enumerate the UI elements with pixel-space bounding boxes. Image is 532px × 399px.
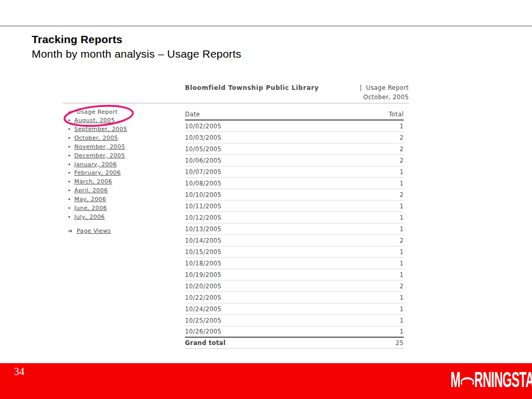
date-cell: 10/22/2005 [185, 294, 221, 301]
sidebar-month-link[interactable]: November, 2005 [74, 143, 125, 150]
sidebar-month-link[interactable]: June, 2006 [74, 205, 107, 211]
page-number: 34 [14, 366, 24, 378]
table-row: 10/18/2005 1 [185, 258, 404, 269]
total-cell: 1 [400, 180, 404, 187]
table-row: 10/14/2005 2 [185, 235, 404, 246]
bullet-icon: • [68, 125, 71, 134]
sidebar-month-link[interactable]: October, 2005 [74, 135, 118, 141]
table-row: 10/15/2005 1 [185, 246, 404, 258]
bullet-icon: • [68, 213, 71, 222]
report-sidebar: ➔ Usage Report •August, 2005 •September,… [68, 108, 177, 235]
library-name: Bloomfield Township Public Library [185, 84, 319, 91]
date-cell: 10/26/2005 [185, 328, 221, 335]
arrow-right-icon: ➔ [68, 108, 73, 116]
total-cell: 1 [400, 225, 404, 233]
total-cell: 1 [400, 328, 404, 335]
logo-text-suffix: RNINGSTAR [474, 367, 532, 392]
date-cell: 10/13/2005 [185, 225, 221, 233]
sidebar-item-usage-report[interactable]: ➔ Usage Report [68, 108, 177, 116]
morningstar-logo: MRNINGSTAR® [450, 369, 532, 395]
bullet-icon: • [68, 143, 71, 152]
total-cell: 1 [400, 203, 404, 210]
bullet-icon: • [68, 161, 71, 169]
bullet-icon: • [68, 169, 71, 178]
sidebar-month-item[interactable]: •November, 2005 [68, 143, 177, 152]
report-header: Bloomfield Township Public Library | Usa… [185, 84, 409, 101]
table-row: 10/19/2005 1 [185, 269, 404, 281]
bullet-icon: • [68, 178, 71, 187]
bullet-icon: • [68, 152, 71, 161]
grand-total-label: Grand total [185, 339, 225, 347]
sidebar-current-label: Usage Report [77, 109, 118, 115]
table-row: 10/02/2005 1 [185, 121, 404, 132]
table-row: 10/24/2005 1 [185, 303, 404, 315]
sidebar-month-link[interactable]: February, 2006 [74, 169, 121, 176]
date-cell: 10/08/2005 [185, 180, 221, 187]
table-row: 10/05/2005 2 [185, 143, 404, 155]
total-cell: 2 [400, 237, 404, 244]
total-cell: 2 [400, 157, 404, 164]
total-cell: 1 [400, 294, 404, 301]
usage-table: Date Total 10/02/2005 1 10/03/2005 2 10/… [185, 111, 404, 349]
bullet-icon: • [68, 204, 71, 213]
report-type: | Usage Report [360, 84, 409, 91]
date-cell: 10/11/2005 [185, 203, 221, 210]
date-cell: 10/19/2005 [185, 271, 221, 278]
date-cell: 10/07/2005 [185, 168, 221, 176]
total-cell: 2 [400, 145, 404, 153]
sidebar-month-link[interactable]: August, 2005 [74, 117, 115, 124]
sidebar-month-link[interactable]: April, 2006 [74, 187, 108, 194]
total-cell: 1 [400, 214, 404, 221]
sidebar-month-item[interactable]: •August, 2005 [68, 116, 177, 125]
sidebar-month-item[interactable]: •January, 2006 [68, 161, 177, 169]
sidebar-month-item[interactable]: •December, 2005 [68, 152, 177, 161]
sunrise-ring-icon [460, 377, 474, 387]
sidebar-month-item[interactable]: •June, 2006 [68, 204, 177, 213]
sidebar-month-item[interactable]: •October, 2005 [68, 134, 177, 143]
sidebar-month-item[interactable]: •March, 2006 [68, 178, 177, 187]
date-cell: 10/15/2005 [185, 248, 221, 256]
sidebar-month-link[interactable]: May, 2006 [74, 196, 106, 203]
sidebar-month-link[interactable]: December, 2005 [74, 152, 125, 159]
report-divider [63, 103, 409, 103]
total-column-header: Total [389, 111, 404, 118]
total-cell: 1 [400, 305, 404, 313]
date-cell: 10/02/2005 [185, 123, 221, 130]
date-cell: 10/10/2005 [185, 191, 221, 198]
usage-table-body: 10/02/2005 1 10/03/2005 2 10/05/2005 2 1… [185, 121, 404, 338]
grand-total-value: 25 [396, 339, 404, 347]
page-views-link[interactable]: Page Views [77, 228, 111, 234]
bullet-icon: • [68, 134, 71, 143]
sidebar-month-item[interactable]: •July, 2006 [68, 213, 177, 222]
sidebar-month-link[interactable]: September, 2005 [74, 126, 127, 132]
table-row: 10/11/2005 1 [185, 201, 404, 212]
date-cell: 10/05/2005 [185, 145, 221, 153]
sidebar-month-item[interactable]: •September, 2005 [68, 125, 177, 134]
slide-title: Tracking Reports [32, 33, 123, 46]
table-header: Date Total [185, 111, 404, 121]
total-cell: 1 [400, 260, 404, 267]
table-row: 10/07/2005 1 [185, 166, 404, 178]
sidebar-month-item[interactable]: •April, 2006 [68, 187, 177, 195]
date-cell: 10/12/2005 [185, 214, 221, 221]
table-row: 10/20/2005 2 [185, 281, 404, 292]
table-row: 10/06/2005 2 [185, 155, 404, 166]
arrow-right-icon: ➔ [68, 227, 73, 235]
bullet-icon: • [68, 195, 71, 204]
date-cell: 10/14/2005 [185, 237, 221, 244]
sidebar-month-link[interactable]: July, 2006 [74, 214, 105, 220]
sidebar-month-item[interactable]: •May, 2006 [68, 195, 177, 204]
date-cell: 10/24/2005 [185, 305, 221, 313]
total-cell: 1 [400, 271, 404, 278]
sidebar-month-link[interactable]: March, 2006 [74, 178, 112, 185]
table-row: 10/26/2005 1 [185, 326, 404, 338]
sidebar-month-item[interactable]: •February, 2006 [68, 169, 177, 178]
sidebar-month-link[interactable]: January, 2006 [74, 161, 117, 168]
table-row: 10/03/2005 2 [185, 132, 404, 143]
total-cell: 2 [400, 134, 404, 141]
table-row: 10/10/2005 2 [185, 189, 404, 201]
sidebar-item-page-views[interactable]: ➔ Page Views [68, 227, 177, 235]
total-cell: 1 [400, 317, 404, 324]
table-row: 10/12/2005 1 [185, 212, 404, 223]
grand-total-row: Grand total 25 [185, 338, 404, 349]
